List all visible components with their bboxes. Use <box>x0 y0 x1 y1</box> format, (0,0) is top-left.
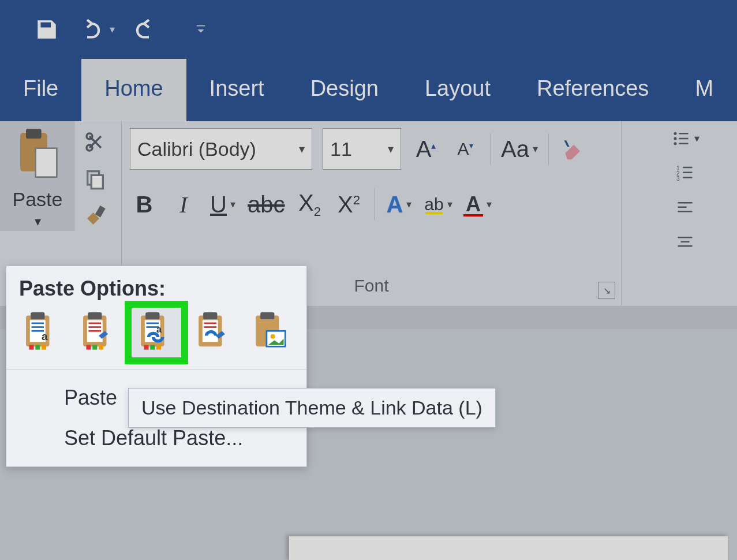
clipboard-link-data-icon: a <box>137 312 175 353</box>
italic-button[interactable]: I <box>169 187 198 222</box>
shrink-font-button[interactable]: A▾ <box>451 132 480 166</box>
superscript-button[interactable]: X2 <box>335 187 364 222</box>
change-case-button[interactable]: Aa <box>501 132 538 166</box>
paste-use-destination-styles-button[interactable] <box>73 307 125 359</box>
text-effects-icon: A <box>387 192 403 218</box>
svg-rect-55 <box>203 312 217 319</box>
font-dialog-launcher[interactable]: ↘ <box>598 282 615 299</box>
svg-rect-24 <box>681 241 690 243</box>
undo-button[interactable]: ▾ <box>76 18 115 41</box>
svg-rect-1 <box>26 129 42 139</box>
subscript-icon: X2 <box>298 190 321 219</box>
svg-text:3: 3 <box>676 176 680 182</box>
align-center-button[interactable] <box>633 225 737 260</box>
svg-rect-20 <box>678 202 693 204</box>
svg-rect-46 <box>145 312 159 319</box>
svg-rect-2 <box>36 148 57 177</box>
svg-text:a: a <box>156 324 162 334</box>
svg-rect-15 <box>683 167 692 169</box>
svg-rect-35 <box>42 345 46 350</box>
svg-rect-6 <box>91 175 103 188</box>
clipboard-keep-source-icon: a <box>23 312 61 353</box>
grow-font-icon: A▴ <box>416 136 436 162</box>
subscript-button[interactable]: X2 <box>295 187 324 222</box>
cut-button[interactable] <box>84 130 107 156</box>
bullets-button[interactable] <box>633 121 737 156</box>
bold-button[interactable]: B <box>130 187 159 222</box>
italic-icon: I <box>179 191 187 218</box>
svg-rect-25 <box>678 245 693 247</box>
tab-more-truncated[interactable]: M <box>672 59 736 121</box>
tab-home[interactable]: Home <box>81 59 186 121</box>
svg-rect-60 <box>260 312 274 319</box>
svg-rect-13 <box>679 143 688 145</box>
svg-rect-30 <box>31 326 44 328</box>
superscript-icon: X2 <box>338 192 360 218</box>
svg-rect-44 <box>99 345 103 350</box>
numbering-button[interactable]: 1 2 3 <box>633 156 737 191</box>
numbered-list-icon: 1 2 3 <box>675 165 695 182</box>
redo-button[interactable] <box>132 18 160 41</box>
paste-link-data-button[interactable]: a <box>130 307 182 359</box>
tab-design[interactable]: Design <box>287 59 402 121</box>
customize-quick-access-button[interactable] <box>194 23 207 36</box>
paste-link-dest-styles-button[interactable] <box>188 307 240 359</box>
redo-icon <box>132 18 160 41</box>
text-effects-button[interactable]: A <box>385 187 414 222</box>
clipboard-picture-icon <box>252 312 290 353</box>
undo-dropdown-caret[interactable]: ▾ <box>110 23 115 36</box>
align-left-button[interactable] <box>633 191 737 225</box>
font-name-combobox[interactable]: Calibri (Body) ▾ <box>130 128 312 170</box>
shrink-font-icon: A▾ <box>457 139 473 159</box>
font-color-button[interactable]: A <box>463 187 492 222</box>
svg-rect-27 <box>31 312 44 319</box>
font-name-value: Calibri (Body) <box>137 138 256 160</box>
paste-split-button[interactable]: Paste ▾ <box>0 121 75 231</box>
paste-option-tooltip: Use Destination Theme & Link Data (L) <box>128 388 496 428</box>
paste-options-popup: Paste Options: a <box>6 266 307 467</box>
copy-icon <box>84 167 107 191</box>
svg-rect-22 <box>678 211 693 212</box>
chevron-down-icon: ▾ <box>388 142 394 156</box>
clear-formatting-button[interactable] <box>559 132 588 166</box>
svg-rect-51 <box>144 345 148 350</box>
tab-insert[interactable]: Insert <box>186 59 287 121</box>
paste-dropdown-caret[interactable]: ▾ <box>35 214 41 229</box>
change-case-icon: Aa <box>501 136 529 162</box>
paste-keep-source-formatting-button[interactable]: a <box>16 307 68 359</box>
font-size-value: 11 <box>330 138 352 160</box>
svg-point-62 <box>271 334 275 339</box>
customize-icon <box>194 23 207 36</box>
bullet-list-icon <box>671 130 691 147</box>
svg-rect-57 <box>204 323 216 324</box>
font-size-combobox[interactable]: 11 ▾ <box>323 128 401 170</box>
strikethrough-icon: abc <box>248 192 285 218</box>
svg-point-12 <box>674 142 676 145</box>
clipboard-dest-styles-icon <box>80 312 118 353</box>
format-painter-icon <box>83 204 107 229</box>
svg-rect-9 <box>679 133 688 135</box>
bold-icon: B <box>136 192 153 218</box>
underline-button[interactable]: U <box>208 187 237 222</box>
tab-layout[interactable]: Layout <box>402 59 514 121</box>
svg-rect-52 <box>150 345 155 350</box>
svg-point-10 <box>674 137 676 140</box>
svg-rect-58 <box>204 326 216 328</box>
save-button[interactable] <box>35 17 59 42</box>
strikethrough-button[interactable]: abc <box>248 187 285 222</box>
highlight-color-button[interactable]: ab <box>424 187 453 222</box>
dialog-launcher-icon: ↘ <box>603 285 611 296</box>
svg-rect-7 <box>95 206 106 217</box>
tab-references[interactable]: References <box>514 59 672 121</box>
quick-access-toolbar: ▾ <box>0 0 737 59</box>
tab-file[interactable]: File <box>0 59 81 121</box>
svg-rect-21 <box>678 207 687 208</box>
ribbon-tabs: File Home Insert Design Layout Reference… <box>0 59 737 121</box>
format-painter-button[interactable] <box>83 204 107 231</box>
svg-rect-42 <box>87 345 91 350</box>
copy-button[interactable] <box>84 167 107 193</box>
underline-icon: U <box>210 192 227 218</box>
align-center-icon <box>675 234 695 251</box>
grow-font-button[interactable]: A▴ <box>411 132 440 166</box>
paste-as-picture-button[interactable] <box>245 307 297 359</box>
